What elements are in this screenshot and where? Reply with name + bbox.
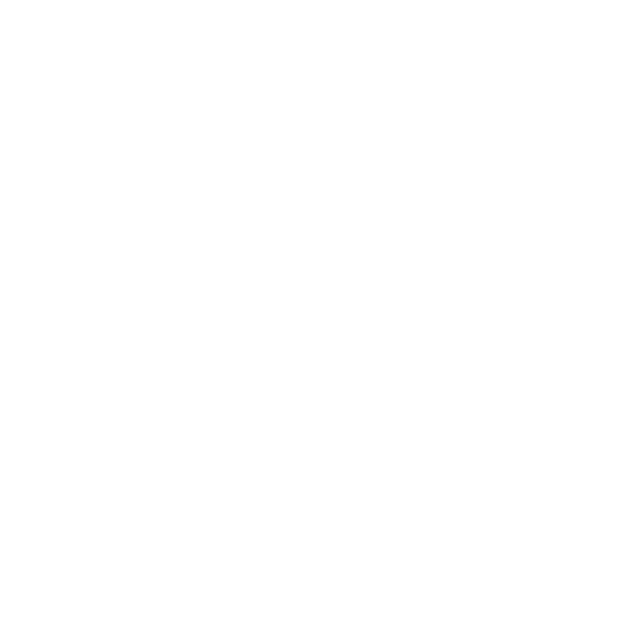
chart-svg [13,23,631,631]
plot-area [13,23,631,631]
chart-container [0,0,644,644]
